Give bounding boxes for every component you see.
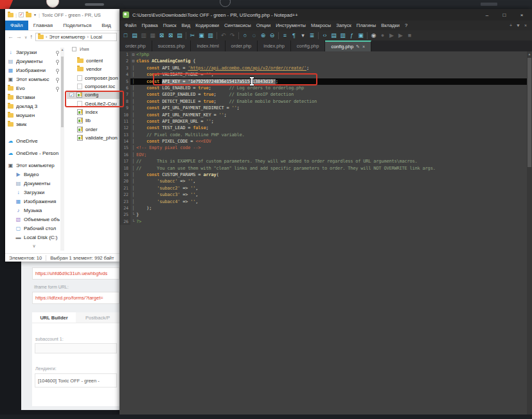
- code-line-6[interactable]: 6│ const LOG_ENABLED = true; // Log orde…: [120, 85, 527, 91]
- code-line-4[interactable]: 4│ const VALIDATE_PHONE = '';: [120, 71, 527, 78]
- up-arrow-icon[interactable]: ↑: [30, 33, 33, 40]
- explorer-nav-item[interactable]: ↓Загрузки: [8, 48, 60, 57]
- explorer-nav-item[interactable]: Evo: [8, 84, 60, 93]
- toolbar-icon-show-symbols[interactable]: ¶: [290, 31, 298, 40]
- code-editor[interactable]: 1⊟<?php2⊟class ACLandingConfig {3│ const…: [120, 51, 527, 415]
- toolbar-icon-monitor[interactable]: ▣: [357, 31, 365, 40]
- fold-marker[interactable]: ⊟: [130, 58, 136, 64]
- menu-Макросы[interactable]: Макросы: [308, 22, 333, 28]
- ribbon-tab-Вид[interactable]: Вид: [96, 21, 116, 30]
- toolbar-icon-cut[interactable]: ✂: [188, 31, 197, 40]
- file-row-order[interactable]: order: [67, 125, 120, 133]
- explorer-nav-item[interactable]: ▧Объемные объ: [8, 215, 60, 224]
- code-line-20[interactable]: 20│ 'subacc' => '',: [120, 178, 527, 184]
- code-line-12[interactable]: 12│ const TEST_LEAD = false;: [120, 125, 527, 131]
- menu-?[interactable]: ?: [402, 22, 410, 28]
- select-all-checkbox[interactable]: [72, 47, 76, 51]
- explorer-nav-item[interactable]: ▬Local Disk (C:): [8, 233, 60, 242]
- toolbar-icon-stop-macro[interactable]: ●: [378, 31, 387, 40]
- subaccount-input[interactable]: [35, 343, 117, 353]
- menu-Запуск[interactable]: Запуск: [333, 22, 353, 28]
- menu-Опции[interactable]: Опции: [254, 22, 274, 28]
- toolbar-icon-wrap[interactable]: ≡: [281, 31, 289, 40]
- menu-Вид[interactable]: Вид: [179, 22, 193, 28]
- scrollbar-thumb[interactable]: [61, 57, 64, 127]
- toolbar-icon-close[interactable]: ⊠: [157, 31, 166, 40]
- toolbar-icon-close-all[interactable]: ⊠: [166, 31, 175, 40]
- notepad-titlebar[interactable]: C:\Users\Evo\Downloads\Toxic OFF - green…: [120, 9, 532, 21]
- file-row-validate_phon[interactable]: validate_phon: [67, 134, 120, 142]
- explorer-nav-item[interactable]: ▦Изображени: [8, 66, 60, 75]
- menu-Файл[interactable]: Файл: [122, 22, 139, 28]
- file-row-GeoLite2-Cou[interactable]: GeoLite2-Cou: [67, 99, 120, 107]
- toolbar-icon-copy[interactable]: ▣: [197, 31, 206, 40]
- code-line-21[interactable]: 21│ 'subacc2' => '',: [120, 185, 527, 192]
- explorer-nav-item[interactable]: ▢Рабочий стол: [8, 224, 60, 233]
- ribbon-tab-Главная[interactable]: Главная: [28, 21, 58, 30]
- code-line-13[interactable]: 13│ // Pixel code. Multiline PHP variabl…: [120, 132, 527, 138]
- scroll-down-icon[interactable]: ∨: [8, 244, 60, 249]
- explorer-titlebar[interactable]: | ✓ ▼ | Toxic OFF - green - PR, US: [5, 9, 120, 21]
- editor-tab-order.php[interactable]: order.php: [226, 40, 258, 51]
- tree-scrollbar[interactable]: ▲: [60, 48, 64, 251]
- editor-tab-index.php[interactable]: index.php: [258, 40, 291, 51]
- toolbar-icon-find[interactable]: ○: [241, 31, 249, 40]
- editor-tab-config.php[interactable]: config.php: [291, 40, 326, 51]
- tab-postback-p[interactable]: Postback/P: [76, 312, 120, 323]
- minimize-button[interactable]: –: [480, 12, 494, 18]
- toolbar-icon-dropdown[interactable]: ▾: [299, 31, 307, 40]
- explorer-nav-item[interactable]: ♪Музыка: [8, 206, 60, 215]
- code-line-8[interactable]: 8│ const DETECT_MOBILE = true; // Enable…: [120, 98, 527, 105]
- address-bar[interactable]: › Этот компьютер › Local: [35, 33, 117, 41]
- file-row-config[interactable]: ✓config: [67, 91, 120, 99]
- editor-tab-index.html[interactable]: index.html: [191, 40, 225, 51]
- code-line-9[interactable]: 9│ const API_URL_PAYMENT_REDIRECT = '';: [120, 105, 527, 111]
- explorer-nav-item[interactable]: ▤Документы: [8, 179, 60, 188]
- explorer-nav-item[interactable]: ↓Загрузки: [8, 188, 60, 197]
- toolbar-icon-function-list[interactable]: ƒ: [348, 31, 356, 40]
- toolbar-icon-zoom-in[interactable]: ⊕: [259, 31, 267, 40]
- menu-Плагины[interactable]: Плагины: [354, 22, 378, 28]
- offer-url[interactable]: https://uhfd6d9c31uh.uewhbgfvds: [35, 271, 107, 276]
- explorer-nav-item[interactable]: ▦Изображения: [8, 197, 60, 206]
- code-line-2[interactable]: 2⊟class ACLandingConfig {: [120, 58, 527, 64]
- code-line-1[interactable]: 1⊟<?php: [120, 51, 527, 58]
- code-line-24[interactable]: 24│ );: [120, 205, 527, 211]
- toolbar-icon-play-macro[interactable]: ▶: [387, 31, 396, 40]
- explorer-nav-item[interactable]: ▣Этот компьюс: [8, 75, 60, 84]
- back-arrow-icon[interactable]: ←: [8, 33, 13, 40]
- tab-close-icon[interactable]: ×: [362, 44, 365, 49]
- explorer-nav-item[interactable]: ▶Видео: [8, 170, 60, 179]
- toolbar-icon-undo[interactable]: ↶: [219, 31, 227, 40]
- toolbar-icon-replace[interactable]: ◌: [250, 31, 258, 40]
- code-line-23[interactable]: 23│ 'subacc4' => '',: [120, 199, 527, 205]
- code-line-26[interactable]: 26└?>: [120, 218, 527, 225]
- offer-url-box[interactable]: https://uhfd6d9c31uh.uewhbgfvds: [32, 267, 120, 280]
- explorer-nav-item[interactable]: моушен: [8, 111, 60, 120]
- editor-tab-success.php[interactable]: success.php: [152, 40, 191, 51]
- explorer-nav-item[interactable]: доклад 3: [8, 102, 60, 111]
- toolbar-icon-open-file[interactable]: ▤: [130, 31, 139, 40]
- toolbar-icon-doc-list[interactable]: ≣: [308, 31, 316, 40]
- code-line-10[interactable]: 10│ const API_URL_PAYMENT_KEY = '';: [120, 112, 527, 118]
- file-row-content[interactable]: content: [67, 57, 120, 65]
- breadcrumb-this-pc[interactable]: Этот компьютер: [49, 34, 85, 40]
- toolbar-icon-redo[interactable]: ↷: [228, 31, 236, 40]
- menu-Поиск[interactable]: Поиск: [161, 22, 179, 28]
- code-line-17[interactable]: 17│// This is EXAMPLE of custom paramete…: [120, 158, 527, 165]
- history-chevron-icon[interactable]: ∨: [24, 35, 27, 39]
- forward-arrow-icon[interactable]: →: [16, 33, 22, 40]
- editor-tab-config.php[interactable]: config.php✎×: [325, 40, 371, 51]
- iframe-url-box[interactable]: https://idfzxd.pro/forms/?target=: [32, 292, 120, 304]
- code-line-11[interactable]: 11│ const API_BROKER_URL = '';: [120, 118, 527, 125]
- explorer-nav-item[interactable]: ☁OneDrive: [8, 136, 60, 145]
- toolbar-icon-save-all[interactable]: ▦: [148, 31, 157, 40]
- menu-extra-icon[interactable]: ▼: [516, 23, 520, 28]
- menu-Кодировки[interactable]: Кодировки: [193, 22, 222, 28]
- scroll-up-icon[interactable]: ▲: [527, 51, 532, 57]
- scroll-up-icon[interactable]: ▲: [60, 48, 64, 52]
- folder-icon[interactable]: [26, 13, 31, 17]
- menu-Синтаксисы[interactable]: Синтаксисы: [222, 22, 254, 28]
- toolbar-icon-save[interactable]: ▥: [139, 31, 148, 40]
- code-line-3[interactable]: 3│ const API_URL = 'https://api.adcombo.…: [120, 65, 527, 71]
